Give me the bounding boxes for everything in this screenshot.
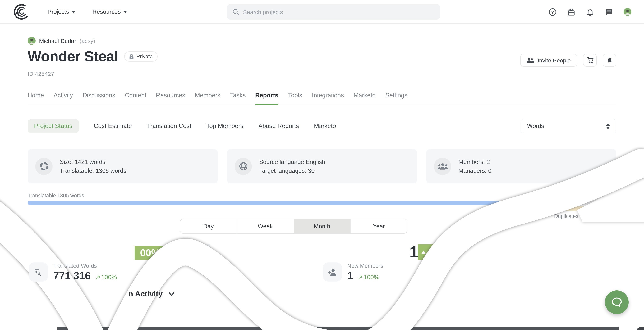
svg-text:A: A <box>38 271 41 277</box>
chevron-down-icon <box>72 10 76 13</box>
crowdin-logo-icon[interactable] <box>13 3 31 20</box>
translatable-progress-fill <box>28 201 560 205</box>
subtab-cost-estimate[interactable]: Cost Estimate <box>94 123 132 129</box>
tab-marketo[interactable]: Marketo <box>354 92 376 105</box>
summary-cards: Size: 1421 words Translatable: 1305 word… <box>28 149 616 183</box>
stat-delta-value: 100% <box>101 274 117 281</box>
chart-tooltip-fragment <box>192 244 210 259</box>
user-avatar[interactable] <box>623 8 632 16</box>
privacy-badge: Private <box>124 51 158 62</box>
period-day[interactable]: Day <box>180 219 237 233</box>
cart-icon <box>586 57 594 64</box>
new-members-stat: New Members 1 ↗ 100% <box>323 262 383 282</box>
activity-heading-text: n Activity <box>128 290 163 298</box>
translated-words-stat: x A Translated Words 771 316 ↗ 100% <box>29 262 117 282</box>
stat-value: 771 316 <box>53 270 91 282</box>
translation-activity-heading[interactable]: n Activity <box>128 290 174 298</box>
chevron-down-icon <box>169 292 174 296</box>
tab-content[interactable]: Content <box>125 92 146 105</box>
person-add-icon <box>323 262 342 282</box>
privacy-label: Private <box>136 54 152 59</box>
tab-tools[interactable]: Tools <box>288 92 302 105</box>
period-year[interactable]: Year <box>351 219 407 233</box>
duplicates-label: Duplicates 1 <box>554 213 583 219</box>
breadcrumb[interactable]: Michael Dudar (acsy) <box>28 37 95 45</box>
nav-projects-label: Projects <box>48 8 69 15</box>
language-card: Source language English Target languages… <box>227 149 417 183</box>
target-languages-line: Target languages: 30 <box>259 166 325 175</box>
members-icon <box>434 158 451 175</box>
invite-people-button[interactable]: Invite People <box>520 54 577 67</box>
cart-button[interactable] <box>583 54 597 67</box>
chart-delta-badge: 100% <box>418 244 456 260</box>
hidden-words-label: Hidden 116 words <box>575 193 616 198</box>
nav-projects-menu[interactable]: Projects <box>48 8 76 15</box>
owner-avatar <box>28 37 36 45</box>
project-notifications-button[interactable] <box>602 54 616 67</box>
bottom-corner-nub <box>637 327 644 330</box>
people-icon <box>527 57 534 63</box>
nav-resources-menu[interactable]: Resources <box>92 8 127 15</box>
chart-delta-badge: 00% <box>134 246 166 260</box>
stat-label: New Members <box>347 263 383 269</box>
tab-resources[interactable]: Resources <box>156 92 185 105</box>
project-id: ID:425427 <box>28 70 54 77</box>
period-week[interactable]: Week <box>237 219 294 233</box>
tab-tasks[interactable]: Tasks <box>230 92 246 105</box>
triangle-up-icon <box>422 250 426 254</box>
chevron-down-icon <box>124 10 127 13</box>
chart-value-fragment: 0 <box>181 241 190 260</box>
owner-name: Michael Dudar <box>39 37 76 44</box>
donut-chart-icon <box>35 158 52 175</box>
trend-up-icon: ↗ <box>95 274 100 281</box>
stat-label: Translated Words <box>53 263 117 269</box>
chart-value-fragment: 1 <box>410 243 418 261</box>
project-search[interactable] <box>227 4 440 19</box>
unit-select[interactable]: Words <box>520 119 616 133</box>
page-title: Wonder Steal <box>28 48 118 65</box>
translate-icon: x A <box>29 262 48 282</box>
period-month[interactable]: Month <box>294 219 351 233</box>
gift-icon[interactable] <box>567 8 576 16</box>
svg-text:?: ? <box>551 9 554 14</box>
members-card: Members: 2 Managers: 0 <box>426 149 616 183</box>
tab-reports[interactable]: Reports <box>255 92 278 105</box>
project-tabs: Home Activity Discussions Content Resour… <box>28 92 616 105</box>
tab-settings[interactable]: Settings <box>385 92 408 105</box>
search-icon <box>232 8 239 15</box>
subtab-top-members[interactable]: Top Members <box>206 123 244 129</box>
members-line: Members: 2 <box>458 157 492 166</box>
invite-people-label: Invite People <box>538 57 571 63</box>
size-card: Size: 1421 words Translatable: 1305 word… <box>28 149 218 183</box>
search-input[interactable] <box>243 9 427 15</box>
owner-handle: (acsy) <box>80 37 95 44</box>
top-navbar: Projects Resources ? <box>0 0 644 24</box>
tab-activity[interactable]: Activity <box>54 92 73 105</box>
bell-filled-icon <box>606 57 613 64</box>
report-subtabs: Project Status Cost Estimate Translation… <box>28 119 336 133</box>
translatable-words-label: Translatable 1305 words <box>28 193 84 198</box>
chat-bubble-icon <box>611 297 622 308</box>
subtab-abuse-reports[interactable]: Abuse Reports <box>258 123 299 129</box>
unit-select-value: Words <box>527 123 544 129</box>
messages-icon[interactable] <box>604 8 613 16</box>
size-line: Size: 1421 words <box>60 157 126 166</box>
help-icon[interactable]: ? <box>548 8 556 16</box>
stat-value: 1 <box>347 270 353 282</box>
period-segmented-control: Day Week Month Year <box>180 219 408 234</box>
svg-text:x: x <box>35 269 38 275</box>
tab-members[interactable]: Members <box>195 92 220 105</box>
notifications-bell-icon[interactable] <box>586 8 594 16</box>
select-arrows-icon <box>606 123 610 129</box>
bottom-window-strip <box>58 327 644 330</box>
tab-integrations[interactable]: Integrations <box>312 92 344 105</box>
tab-home[interactable]: Home <box>28 92 44 105</box>
subtab-marketo[interactable]: Marketo <box>314 123 336 129</box>
subtab-project-status[interactable]: Project Status <box>28 119 79 133</box>
tab-discussions[interactable]: Discussions <box>82 92 116 105</box>
chat-launcher-button[interactable] <box>605 290 629 314</box>
nav-resources-label: Resources <box>92 8 121 15</box>
globe-icon <box>234 158 252 175</box>
translatable-progress-bar <box>28 201 616 205</box>
subtab-translation-cost[interactable]: Translation Cost <box>147 123 191 129</box>
